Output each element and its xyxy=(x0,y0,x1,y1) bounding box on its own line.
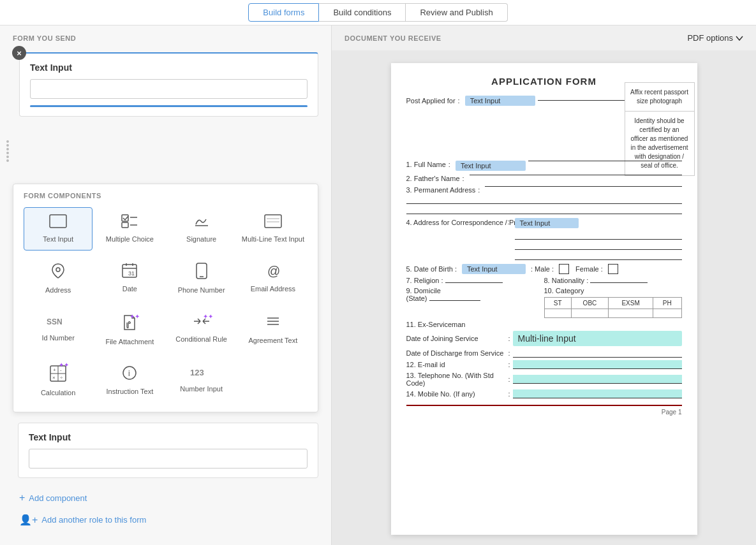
doc-row-address: 3. Permanent Address : xyxy=(406,186,682,194)
doc-row-addr-corr: 4. Address for Correspondence / Present … xyxy=(406,218,682,261)
svg-text:123: 123 xyxy=(190,368,204,377)
svg-text:@: @ xyxy=(267,264,280,278)
page-footer: Page 1 xyxy=(406,405,682,416)
svg-text:i: i xyxy=(128,369,130,378)
add-component-label: Add component xyxy=(29,493,87,503)
text-input-2[interactable] xyxy=(29,449,308,469)
full-name-input[interactable]: Text Input xyxy=(456,161,526,171)
male-checkbox[interactable] xyxy=(559,264,569,274)
category-table: ST OBC EXSM PH xyxy=(544,297,682,318)
component-instruction[interactable]: i Instruction Text xyxy=(95,358,164,404)
doc-row-date-joining: Date of Joining Service : Multi-line Inp… xyxy=(406,331,682,346)
component-email[interactable]: @ Email Address xyxy=(239,256,308,302)
page-label: Page 1 xyxy=(662,409,682,416)
multiline-icon xyxy=(264,214,282,232)
component-file[interactable]: ✦✦ File Attachment xyxy=(95,307,164,353)
phone-icon xyxy=(196,263,207,283)
document-page: APPLICATION FORM Post Applied for : Text… xyxy=(391,63,697,535)
component-label-agreement: Agreement Text xyxy=(248,336,297,345)
component-label-signature: Signature xyxy=(186,235,216,243)
field-label-1: Text Input xyxy=(30,62,308,73)
addr-corr-input[interactable]: Text Input xyxy=(515,218,579,228)
right-panel: DOCUMENT YOU RECEIVE PDF options APPLICA… xyxy=(332,25,756,545)
add-role-label: Add another role to this form xyxy=(41,515,146,525)
component-label-file: File Attachment xyxy=(105,337,154,346)
component-date[interactable]: 31 Date xyxy=(95,256,164,302)
doc-row-domicile: 9. Domicile(State) 10. Category ST OBC E… xyxy=(406,287,682,318)
component-label-multiline: Multi-Line Text Input xyxy=(242,235,304,243)
conditional-icon: ✦✦ xyxy=(193,314,211,332)
text-input-field-1: × Text Input xyxy=(19,52,318,117)
signature-icon xyxy=(193,214,210,232)
component-signature[interactable]: Signature xyxy=(167,207,236,251)
doc-row-fullname: 1. Full Name : Text Input xyxy=(406,161,682,171)
text-input-icon xyxy=(49,214,67,232)
file-icon: ✦✦ xyxy=(122,314,137,335)
post-applied-label: Post Applied for xyxy=(406,97,456,105)
female-checkbox[interactable] xyxy=(608,264,618,274)
joining-input[interactable]: Multi-line Input xyxy=(513,331,682,346)
component-multiline[interactable]: Multi-Line Text Input xyxy=(239,207,308,251)
doc-row-date-discharge: Date of Discharge from Service : xyxy=(406,349,682,358)
drag-handle[interactable] xyxy=(6,140,9,162)
field-label-2: Text Input xyxy=(29,432,308,442)
post-applied-input[interactable]: Text Input xyxy=(465,96,535,106)
svg-rect-0 xyxy=(50,215,66,228)
components-panel: FORM COMPONENTS Text Input Multiple Choi… xyxy=(13,184,318,412)
date-icon: 31 xyxy=(122,263,137,282)
document-container: APPLICATION FORM Post Applied for : Text… xyxy=(332,50,756,545)
component-label-conditional: Conditional Rule xyxy=(175,335,227,344)
component-label-email: Email Address xyxy=(251,284,295,293)
component-multiple-choice[interactable]: Multiple Choice xyxy=(95,207,164,251)
tab-review-publish[interactable]: Review and Publish xyxy=(406,3,507,22)
svg-rect-2 xyxy=(122,222,128,228)
component-agreement[interactable]: Agreement Text xyxy=(239,307,308,353)
right-panel-title: DOCUMENT YOU RECEIVE xyxy=(345,34,441,42)
text-input-field-2: Text Input xyxy=(18,423,318,478)
svg-text:+: + xyxy=(53,367,56,373)
dob-input[interactable]: Text Input xyxy=(462,264,526,274)
svg-text:SSN: SSN xyxy=(47,317,63,326)
doc-row-dob: 5. Date of Birth : Text Input : Male : F… xyxy=(406,264,682,274)
component-number[interactable]: 123 Number Input xyxy=(167,358,236,404)
component-label-address: Address xyxy=(45,286,71,294)
svg-text:×: × xyxy=(52,375,56,381)
svg-rect-6 xyxy=(265,215,281,228)
number-icon: 123 xyxy=(190,365,213,382)
components-grid: Text Input Multiple Choice Signature xyxy=(24,207,308,404)
component-label-multiple-choice: Multiple Choice xyxy=(106,235,154,243)
components-panel-title: FORM COMPONENTS xyxy=(24,192,308,200)
component-label-phone: Phone Number xyxy=(178,286,225,294)
doc-row-fathername: 2. Father's Name : xyxy=(406,175,682,182)
top-navigation: Build forms Build conditions Review and … xyxy=(0,0,756,25)
doc-row-email: 12. E-mail id : xyxy=(406,360,682,369)
left-panel-header: FORM YOU SEND xyxy=(0,25,331,47)
tab-build-conditions[interactable]: Build conditions xyxy=(319,3,406,22)
tab-build-forms[interactable]: Build forms xyxy=(248,3,319,22)
add-component-button[interactable]: + Add component xyxy=(0,486,100,510)
main-layout: FORM YOU SEND × Text Input FORM COMPONEN… xyxy=(0,25,756,545)
component-phone[interactable]: Phone Number xyxy=(167,256,236,302)
doc-row-exserviceman: 11. Ex-Serviceman xyxy=(406,321,682,328)
doc-row-telephone: 13. Telephone No. (With Std Code) : xyxy=(406,372,682,387)
text-input-1[interactable] xyxy=(30,79,308,99)
component-id-number[interactable]: SSN Id Number xyxy=(24,307,93,353)
address-icon xyxy=(51,263,65,283)
svg-text:31: 31 xyxy=(128,270,135,277)
component-label-date: Date xyxy=(122,284,137,293)
pdf-options-button[interactable]: PDF options xyxy=(687,33,743,43)
component-address[interactable]: Address xyxy=(24,256,93,302)
component-calculation[interactable]: +-×÷ ✦✦ Calculation xyxy=(24,358,93,404)
close-button[interactable]: × xyxy=(12,46,26,60)
component-label-text-input: Text Input xyxy=(43,235,73,243)
component-conditional[interactable]: ✦✦ Conditional Rule xyxy=(167,307,236,353)
email-icon: @ xyxy=(265,263,281,282)
doc-row-mobile: 14. Mobile No. (If any) : xyxy=(406,389,682,398)
component-label-number: Number Input xyxy=(180,384,223,393)
component-label-id-number: Id Number xyxy=(41,333,74,342)
component-text-input[interactable]: Text Input xyxy=(24,207,93,251)
id-number-icon: SSN xyxy=(47,314,70,331)
add-role-button[interactable]: 👤+ Add another role to this form xyxy=(0,507,159,532)
progress-bar xyxy=(30,105,308,107)
photo-box-top: Affix recent passport size photograph xyxy=(625,83,694,112)
